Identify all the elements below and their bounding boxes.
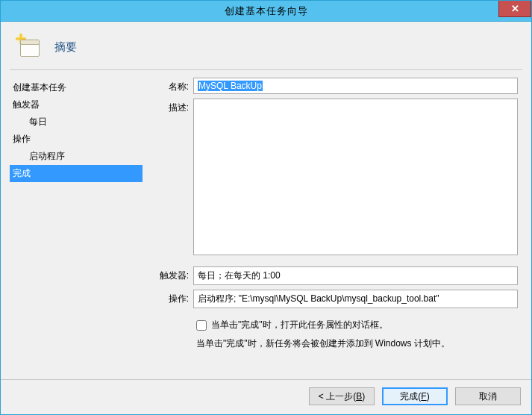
nav-item-create-basic-task[interactable]: 创建基本任务 — [10, 79, 143, 96]
wizard-footer: < 上一步(B) 完成(F) 取消 — [1, 379, 531, 414]
nav-item-start-program[interactable]: 启动程序 — [10, 148, 143, 165]
back-button[interactable]: < 上一步(B) — [309, 387, 375, 405]
row-trigger: 触发器: 每日；在每天的 1:00 — [153, 266, 518, 285]
nav-item-trigger[interactable]: 触发器 — [10, 96, 143, 113]
close-icon: ✕ — [511, 3, 519, 14]
row-description: 描述: — [153, 99, 518, 258]
open-properties-checkbox[interactable] — [196, 320, 207, 331]
nav-item-finish[interactable]: 完成 — [10, 165, 143, 182]
summary-form: 名称: MySQL BackUp 描述: 触发器: 每日；在每天的 1:00 — [143, 70, 522, 379]
close-button[interactable]: ✕ — [498, 1, 531, 17]
cancel-button[interactable]: 取消 — [455, 387, 521, 405]
row-open-properties: 当单击"完成"时，打开此任务属性的对话框。 — [196, 319, 518, 331]
label-name: 名称: — [153, 78, 193, 93]
wizard-body: 创建基本任务 触发器 每日 操作 启动程序 完成 名称: MySQL BackU… — [1, 70, 531, 379]
label-action: 操作: — [153, 290, 193, 305]
wizard-step-nav: 创建基本任务 触发器 每日 操作 启动程序 完成 — [10, 70, 143, 379]
action-display: 启动程序; "E:\mysql\MySQL BackUp\mysql_backu… — [193, 290, 518, 308]
task-wizard-icon — [17, 35, 43, 59]
row-action: 操作: 启动程序; "E:\mysql\MySQL BackUp\mysql_b… — [153, 290, 518, 308]
row-name: 名称: MySQL BackUp — [153, 78, 518, 94]
label-trigger: 触发器: — [153, 266, 193, 282]
wizard-window: 创建基本任务向导 ✕ 摘要 创建基本任务 触发器 每日 操作 启动程序 完成 名… — [0, 0, 532, 415]
name-input[interactable]: MySQL BackUp — [193, 78, 518, 94]
finish-hint: 当单击"完成"时，新任务将会被创建并添加到 Windows 计划中。 — [196, 337, 518, 350]
wizard-step-title: 摘要 — [54, 40, 77, 54]
open-properties-label: 当单击"完成"时，打开此任务属性的对话框。 — [211, 319, 388, 331]
finish-button[interactable]: 完成(F) — [382, 387, 448, 405]
trigger-display: 每日；在每天的 1:00 — [193, 266, 518, 285]
window-title: 创建基本任务向导 — [1, 4, 531, 18]
name-input-value: MySQL BackUp — [198, 81, 263, 91]
nav-item-action[interactable]: 操作 — [10, 131, 143, 148]
label-description: 描述: — [153, 99, 193, 114]
description-input[interactable] — [193, 99, 518, 255]
nav-item-daily[interactable]: 每日 — [10, 113, 143, 131]
title-bar: 创建基本任务向导 ✕ — [1, 1, 531, 22]
wizard-header: 摘要 — [1, 22, 531, 66]
